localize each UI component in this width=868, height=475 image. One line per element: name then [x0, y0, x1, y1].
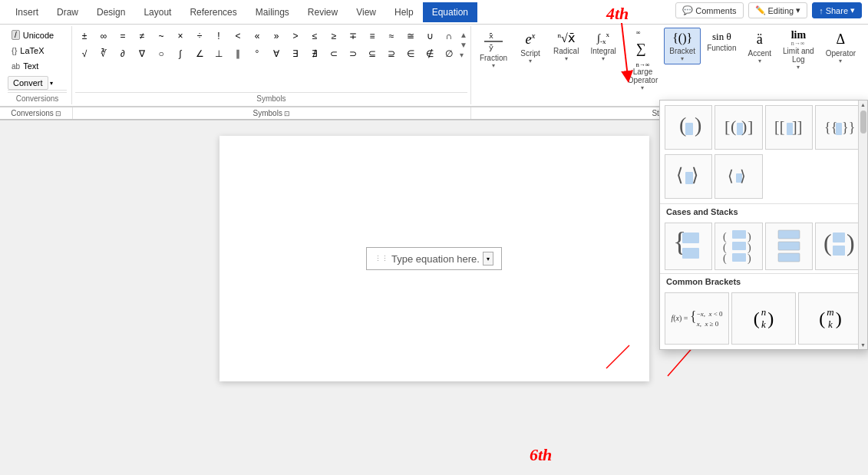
sym-nabla[interactable]: ∇: [133, 45, 151, 62]
sym-partial[interactable]: ∂: [114, 45, 132, 62]
symbols-expand[interactable]: ⊡: [284, 110, 290, 117]
comments-button[interactable]: 💬 Comments: [675, 2, 743, 18]
sym-infinity[interactable]: ∞: [94, 28, 113, 45]
case-bracket-matrix[interactable]: ( ): [815, 223, 863, 270]
sym-supseteq[interactable]: ⊇: [382, 45, 401, 62]
case-right-brace[interactable]: ( ( ( ) ) ): [715, 223, 762, 270]
sym-gt[interactable]: >: [286, 28, 305, 45]
sym-tilde[interactable]: ~: [152, 28, 170, 45]
sym-intersect[interactable]: ∩: [440, 28, 458, 45]
common-binomial2[interactable]: ( m k ): [798, 292, 863, 345]
radical-button[interactable]: n√x̄ Radical ▾: [548, 28, 584, 64]
bracket-angle-small[interactable]: ⟨ ⟩: [715, 154, 762, 199]
tab-help[interactable]: Help: [385, 2, 423, 22]
common-binomial1[interactable]: ( n k ): [731, 292, 796, 345]
equation-placeholder-text[interactable]: Type equation here.: [391, 253, 480, 265]
svg-rect-50: [833, 246, 845, 256]
convert-button[interactable]: Convert: [8, 76, 48, 90]
sym-sqrt[interactable]: √: [75, 45, 94, 62]
sym-lt[interactable]: <: [229, 28, 247, 45]
sym-circ[interactable]: ○: [152, 45, 170, 62]
scroll-up-btn[interactable]: ▲: [859, 101, 867, 109]
sym-in[interactable]: ∈: [401, 45, 420, 62]
scroll-thumb[interactable]: [860, 111, 866, 134]
sym-factorial[interactable]: !: [210, 28, 228, 45]
integral-button[interactable]: ∫-xx Integral ▾: [585, 28, 621, 64]
svg-text:{{: {{: [824, 120, 837, 135]
common-abs-case[interactable]: f(x) = {−x, x < 0x, x ≥ 0: [665, 292, 729, 345]
sym-plusminus[interactable]: ±: [75, 28, 94, 45]
sym-equals[interactable]: =: [114, 28, 132, 45]
sym-notequal[interactable]: ≠: [133, 28, 151, 45]
tab-insert[interactable]: Insert: [6, 2, 48, 22]
editing-button[interactable]: ✏️ Editing ▾: [748, 2, 808, 18]
sym-geq[interactable]: ≥: [325, 28, 343, 45]
latex-button[interactable]: {} LaTeX: [8, 44, 67, 58]
tab-design[interactable]: Design: [87, 2, 134, 22]
sym-degree[interactable]: °: [248, 45, 266, 62]
sym-scroll-up[interactable]: ▲: [460, 31, 467, 39]
sym-parallel[interactable]: ∥: [229, 45, 247, 62]
sym-gg[interactable]: »: [267, 28, 285, 45]
cases-grid: { ( ( ( ) ) ): [660, 219, 867, 273]
sym-subseteq[interactable]: ⊆: [363, 45, 381, 62]
sym-cbrt[interactable]: ∛: [94, 45, 113, 62]
sym-sqrt2[interactable]: ∫: [171, 45, 190, 62]
share-button[interactable]: ↑ Share ▾: [812, 2, 862, 18]
sym-scroll-expand[interactable]: ▾: [460, 51, 467, 59]
bracket-button[interactable]: {()} Bracket ▾: [664, 28, 701, 64]
sym-scroll-down[interactable]: ▼: [460, 41, 467, 49]
tab-references[interactable]: References: [180, 2, 246, 22]
svg-rect-45: [778, 230, 800, 239]
limit-arrow: ▾: [797, 64, 800, 71]
bracket-double-square[interactable]: [[ ]]: [765, 105, 813, 150]
limit-button[interactable]: lim n→∞ Limit and Log ▾: [777, 28, 820, 73]
sym-union[interactable]: ∪: [421, 28, 439, 45]
sym-approx[interactable]: ≈: [382, 28, 401, 45]
sym-subset[interactable]: ⊂: [325, 45, 343, 62]
sym-times[interactable]: ×: [171, 28, 190, 45]
panel-scrollbar[interactable]: ▲ ▼: [858, 101, 867, 349]
tab-review[interactable]: Review: [299, 2, 347, 22]
bracket-square-round[interactable]: [ ( ) ]: [715, 105, 762, 150]
svg-text:[[: [[: [774, 118, 784, 135]
sym-divide[interactable]: ÷: [190, 28, 209, 45]
conversions-expand[interactable]: ⊡: [55, 110, 61, 117]
tab-view[interactable]: View: [347, 2, 385, 22]
sym-cong[interactable]: ≅: [401, 28, 420, 45]
bracket-curly-nested[interactable]: {{ }}: [815, 105, 863, 150]
accent-button[interactable]: ä Accent ▾: [742, 28, 777, 67]
tab-draw[interactable]: Draw: [48, 2, 87, 22]
large-operator-button[interactable]: ∞ ∑ n→∞ Large Operator ▾: [622, 28, 663, 94]
sym-supset[interactable]: ⊃: [344, 45, 362, 62]
bracket-round[interactable]: ( ): [665, 105, 712, 150]
sym-leq[interactable]: ≤: [305, 28, 324, 45]
sym-ll[interactable]: «: [248, 28, 266, 45]
sym-perp[interactable]: ⊥: [210, 45, 228, 62]
matrix-button[interactable]: 1 0 0 0 1 0 Matrix ▾: [862, 28, 868, 71]
bracket-angle[interactable]: ⟨ ⟩: [665, 154, 712, 199]
tab-equation[interactable]: Equation: [423, 2, 477, 22]
case-open-stack[interactable]: [765, 223, 813, 270]
sym-exists[interactable]: ∃: [286, 45, 305, 62]
convert-dropdown-icon[interactable]: ▾: [50, 80, 53, 87]
sym-empty[interactable]: ∅: [440, 45, 458, 62]
operator-button[interactable]: Δ Operator ▾: [820, 28, 861, 67]
scroll-down-btn[interactable]: ▼: [859, 341, 867, 349]
tab-mailings[interactable]: Mailings: [246, 2, 299, 22]
sym-equiv[interactable]: ≡: [363, 28, 381, 45]
sym-minusplus[interactable]: ∓: [344, 28, 362, 45]
equation-dropdown[interactable]: ▾: [483, 252, 493, 266]
script-button[interactable]: ex Script ▾: [513, 28, 547, 67]
function-button[interactable]: sin θ Function: [701, 28, 741, 54]
sym-forall[interactable]: ∀: [267, 45, 285, 62]
tab-layout[interactable]: Layout: [134, 2, 180, 22]
unicode-button[interactable]: / Unicode: [8, 28, 67, 42]
sym-angle[interactable]: ∠: [190, 45, 209, 62]
sym-notin[interactable]: ∉: [421, 45, 439, 62]
equation-box[interactable]: ⋮⋮ Type equation here. ▾: [366, 247, 502, 270]
text-button[interactable]: ab Text: [8, 59, 67, 73]
fraction-button[interactable]: x̄ ȳ Fraction ▾: [474, 28, 513, 71]
case-left-brace[interactable]: {: [665, 223, 712, 270]
sym-notexists[interactable]: ∄: [305, 45, 324, 62]
